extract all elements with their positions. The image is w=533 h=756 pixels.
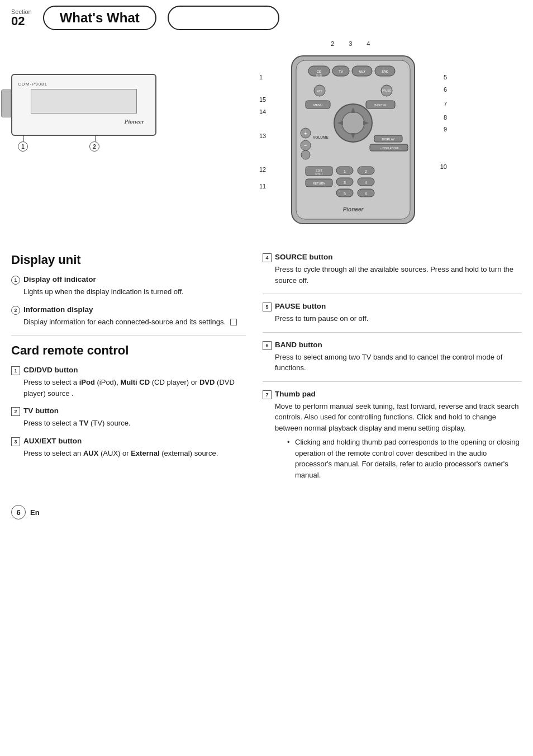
divider-1 [11,335,246,336]
svg-text:4: 4 [365,181,367,185]
callout-5-label: 5 [444,74,447,81]
callout-6-label: 6 [444,86,447,93]
header-right-pill [168,6,279,30]
section-num: 02 [11,15,25,27]
section-badge: Section 02 [11,8,32,27]
remote-item-1-heading: 1 CD/DVD button [11,366,246,375]
remote-item-2-heading: 2 TV button [11,407,246,416]
remote-item-6-body: Press to select among two TV bands and t… [275,352,522,374]
remote-item-5-heading: 5 PAUSE button [263,302,522,311]
svg-text:DVD: DVD [316,74,322,77]
svg-text:SRC: SRC [382,70,388,73]
callout-11-label: 11 [259,183,266,190]
remote-item-4-label: SOURCE button [275,253,333,261]
remote-item-6-heading: 6 BAND button [263,341,522,350]
svg-text:→ DISPLAY OFF: → DISPLAY OFF [379,147,399,150]
page-number: 6 [11,505,26,519]
remote-num-5: 5 [263,303,272,311]
display-screen [31,89,137,114]
remote-item-2: 2 TV button Press to select a TV (TV) so… [11,407,246,429]
remote-num-7: 7 [263,390,272,399]
remote-item-6: 6 BAND button Press to select among two … [263,341,522,374]
callout-label-2: 2 [331,40,334,47]
remote-item-3-body: Press to select an AUX (AUX) or External… [23,448,246,459]
svg-text:BAS/TRE: BAS/TRE [374,103,387,107]
svg-text:1: 1 [344,169,346,173]
top-callouts: 2 3 4 [331,40,370,47]
remote-item-1-body: Press to select a iPod (iPod), Multi CD … [23,377,246,399]
callout-13-label: 13 [259,133,266,139]
svg-text:+: + [304,130,307,136]
remote-item-6-label: BAND button [275,341,322,349]
remote-svg-container: 2 3 4 CD DVD TV AUX [258,40,448,236]
display-item-2-body: Display information for each connected-s… [23,316,246,328]
display-unit-title: Display unit [11,253,246,267]
svg-point-18 [342,112,364,134]
callout-9-label: 9 [444,126,447,133]
callout-15-label: 15 [259,96,266,103]
remote-item-3-heading: 3 AUX/EXT button [11,437,246,446]
svg-text:PAUSE: PAUSE [382,89,392,92]
diagrams-row: CDM-P9081 Pioneer 1 2 2 3 4 [0,30,533,236]
display-logo: Pioneer [18,118,150,125]
remote-item-4: 4 SOURCE button Press to cycle through a… [263,253,522,286]
svg-text:−: − [304,143,307,149]
remote-item-3-label: AUX/EXT button [23,437,82,445]
remote-num-3: 3 [11,437,20,446]
remote-item-5-label: PAUSE button [275,302,326,310]
footer-lang: En [30,508,40,517]
callout-label-4: 4 [367,40,370,47]
svg-text:TV: TV [339,70,343,73]
callout-14-label: 14 [259,108,266,115]
svg-text:DISPLAY: DISPLAY [382,138,395,141]
display-num-1: 1 [11,276,20,285]
divider-3 [263,332,522,333]
callout-12-label: 12 [259,166,266,173]
remote-num-6: 6 [263,341,272,350]
remote-item-5: 5 PAUSE button Press to turn pause on or… [263,302,522,324]
display-item-1-body: Lights up when the display indication is… [23,286,246,297]
thumb-pad-bullets: Clicking and holding thumb pad correspon… [287,437,522,480]
remote-item-2-body: Press to select a TV (TV) source. [23,418,246,429]
display-item-2-label: Information display [23,305,93,314]
remote-item-5-body: Press to turn pause on or off. [275,313,522,324]
svg-text:MENU: MENU [313,103,322,107]
callout-2: 2 [89,141,99,152]
remote-num-2: 2 [11,407,20,416]
remote-item-7-heading: 7 Thumb pad [263,390,522,399]
display-num-2: 2 [11,306,20,315]
display-item-2: 2 Information display Display informatio… [11,305,246,328]
display-left-side [1,89,11,117]
svg-text:ATT: ATT [317,89,322,93]
remote-item-7: 7 Thumb pad Move to perform manual seek … [263,390,522,481]
svg-point-34 [301,150,310,159]
display-item-1-heading: 1 Display off indicator [11,275,246,285]
display-unit-diagram: CDM-P9081 Pioneer 1 2 [11,74,168,136]
remote-item-7-label: Thumb pad [275,390,316,398]
card-remote-title: Card remote control [11,343,246,358]
remote-item-4-heading: 4 SOURCE button [263,253,522,262]
svg-text:CD: CD [317,70,322,73]
page-header: Section 02 What's What [0,0,533,30]
callout-1: 1 [18,141,28,152]
callout-8-label: 8 [444,114,447,121]
divider-4 [263,381,522,382]
right-column: 4 SOURCE button Press to cycle through a… [263,253,522,488]
svg-text:RETURN: RETURN [313,182,326,185]
display-item-2-heading: 2 Information display [11,305,246,315]
remote-num-4: 4 [263,253,272,262]
content-area: Display unit 1 Display off indicator Lig… [0,236,533,499]
callout-label-3: 3 [349,40,352,47]
display-model-text: CDM-P9081 [18,82,150,87]
page-footer: 6 En [0,499,533,525]
callout-1-label: 1 [259,74,263,81]
callout-line-2 [95,136,96,141]
svg-text:VOLUME: VOLUME [313,135,329,139]
callout-line-1 [23,136,24,141]
svg-text:AUX: AUX [359,70,365,73]
svg-text:Pioneer: Pioneer [343,206,364,212]
svg-text:2: 2 [365,169,367,173]
remote-item-4-body: Press to cycle through all the available… [275,264,522,286]
callout-7-label: 7 [444,101,447,107]
remote-control-diagram: 2 3 4 CD DVD TV AUX [184,40,522,236]
